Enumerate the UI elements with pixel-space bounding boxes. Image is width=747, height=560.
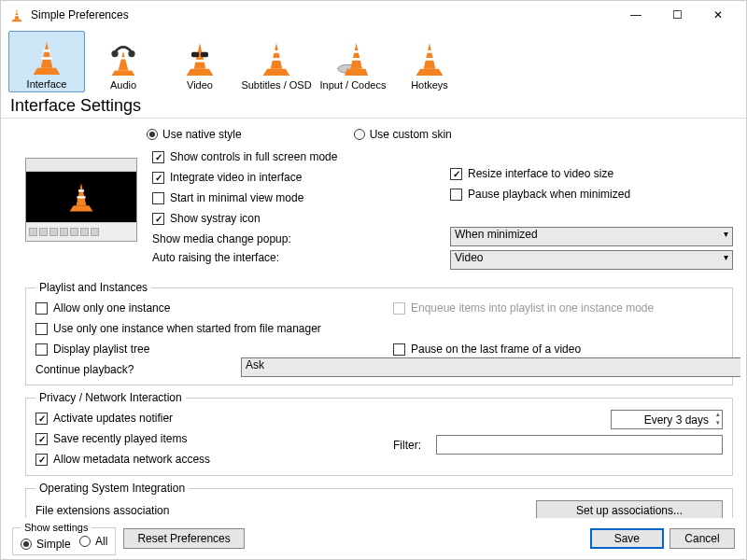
svg-rect-15 [201, 52, 208, 57]
svg-marker-3 [11, 20, 21, 21]
chk-start-minimal[interactable]: Start in minimal view mode [152, 189, 435, 206]
svg-rect-11 [120, 57, 126, 59]
page-title: Interface Settings [1, 92, 746, 119]
cone-icon [413, 40, 446, 77]
chk-integrate-video[interactable]: Integrate video in interface [152, 169, 435, 186]
group-legend: Show settings [21, 522, 92, 533]
svg-marker-12 [111, 71, 134, 76]
radio-simple[interactable]: Simple [21, 538, 71, 551]
svg-point-9 [128, 50, 134, 57]
svg-rect-19 [273, 50, 279, 53]
cone-disc-icon [336, 40, 370, 77]
cone-icon [30, 39, 63, 77]
close-button[interactable]: ✕ [698, 2, 739, 28]
tab-audio[interactable]: Audio [85, 31, 162, 92]
chk-show-systray[interactable]: Show systray icon [152, 210, 435, 227]
svg-rect-1 [15, 12, 18, 13]
svg-marker-4 [41, 42, 53, 68]
radio-icon [354, 129, 365, 140]
chk-resize-interface[interactable]: Resize interface to video size [450, 165, 733, 182]
cone-icon [260, 40, 293, 77]
svg-rect-16 [195, 60, 205, 63]
svg-marker-7 [34, 68, 61, 75]
privacy-group: Privacy / Network Interaction Activate u… [25, 391, 733, 476]
svg-marker-27 [424, 43, 436, 69]
radio-label: Use custom skin [370, 128, 452, 141]
tab-label: Video [187, 79, 213, 91]
playlist-group: Playlist and Instances Allow only one in… [25, 281, 733, 385]
group-legend: Privacy / Network Interaction [35, 391, 186, 404]
svg-marker-10 [119, 51, 129, 71]
svg-rect-29 [425, 58, 435, 61]
svg-marker-18 [271, 43, 283, 69]
radio-label: Use native style [162, 128, 242, 141]
tab-label: Subtitles / OSD [241, 79, 311, 91]
maximize-button[interactable]: ☐ [656, 2, 698, 28]
tab-subtitles[interactable]: Subtitles / OSD [238, 31, 315, 92]
titlebar: Simple Preferences — ☐ ✕ [1, 1, 746, 29]
svg-rect-33 [77, 196, 85, 198]
file-ext-label: File extensions association [35, 504, 517, 517]
chk-pause-minimized[interactable]: Pause playback when minimized [450, 186, 733, 203]
svg-rect-14 [191, 52, 199, 57]
svg-point-8 [111, 50, 118, 57]
radio-native-style[interactable]: Use native style [147, 128, 242, 141]
media-popup-label: Show media change popup: [152, 232, 339, 245]
chk-updates-notifier[interactable]: Activate updates notifier [35, 410, 365, 427]
tab-interface[interactable]: Interface [8, 31, 85, 92]
continue-playback-label: Continue playback? [35, 363, 222, 376]
chk-allow-one-instance[interactable]: Allow only one instance [35, 300, 365, 316]
svg-marker-17 [187, 69, 214, 76]
svg-rect-2 [15, 15, 19, 16]
update-frequency-stepper[interactable]: Every 3 days [611, 410, 723, 429]
group-legend: Operating System Integration [35, 482, 189, 495]
tab-label: Input / Codecs [320, 79, 387, 91]
tab-label: Audio [110, 79, 136, 91]
chk-one-instance-filemanager[interactable]: Use only one instance when started from … [35, 320, 365, 337]
svg-rect-25 [351, 58, 361, 61]
svg-rect-32 [78, 189, 84, 191]
save-button[interactable]: Save [590, 528, 664, 549]
tab-video[interactable]: Video [162, 31, 238, 92]
svg-marker-30 [416, 69, 444, 76]
svg-marker-0 [15, 9, 20, 20]
radio-all[interactable]: All [79, 535, 107, 548]
svg-marker-31 [77, 183, 87, 205]
os-integration-group: Operating System Integration File extens… [25, 482, 733, 518]
svg-rect-24 [353, 50, 359, 53]
show-settings-group: Show settings Simple All [12, 522, 116, 555]
window-title: Simple Preferences [31, 8, 615, 21]
chk-save-recent[interactable]: Save recently played items [35, 430, 365, 447]
settings-scroll[interactable]: Use native style Use custom skin Show co… [7, 120, 740, 518]
svg-marker-34 [70, 205, 93, 211]
svg-marker-26 [345, 69, 368, 76]
chk-display-playlist-tree[interactable]: Display playlist tree [35, 341, 365, 357]
chk-pause-last-frame[interactable]: Pause on the last frame of a video [393, 341, 723, 357]
minimize-button[interactable]: — [615, 2, 656, 28]
radio-custom-skin[interactable]: Use custom skin [354, 128, 452, 141]
tab-label: Hotkeys [411, 79, 448, 91]
svg-rect-6 [42, 57, 52, 60]
svg-marker-21 [263, 69, 290, 76]
category-tabs: Interface Audio Video Subtitles / OSD In… [1, 29, 746, 92]
chk-allow-metadata[interactable]: Allow metadata network access [35, 451, 365, 468]
glasses-cone-icon [183, 40, 217, 77]
tab-hotkeys[interactable]: Hotkeys [391, 31, 468, 92]
setup-associations-button[interactable]: Set up associations... [536, 500, 723, 518]
auto-raise-select[interactable]: Video [450, 250, 733, 270]
svg-rect-20 [272, 58, 282, 61]
radio-icon [147, 129, 158, 140]
group-legend: Playlist and Instances [35, 281, 151, 294]
tab-input-codecs[interactable]: Input / Codecs [315, 31, 391, 92]
media-popup-select[interactable]: When minimized [450, 227, 733, 246]
tab-label: Interface [27, 78, 67, 90]
filter-label: Filter: [393, 439, 427, 452]
reset-preferences-button[interactable]: Reset Preferences [123, 528, 244, 549]
footer: Show settings Simple All Reset Preferenc… [1, 518, 746, 559]
svg-marker-23 [350, 43, 362, 69]
vlc-icon [8, 7, 25, 23]
filter-input[interactable] [436, 435, 723, 455]
cancel-button[interactable]: Cancel [669, 528, 735, 549]
continue-playback-select[interactable]: Ask [241, 357, 740, 377]
chk-show-controls-fullscreen[interactable]: Show controls in full screen mode [152, 148, 435, 165]
